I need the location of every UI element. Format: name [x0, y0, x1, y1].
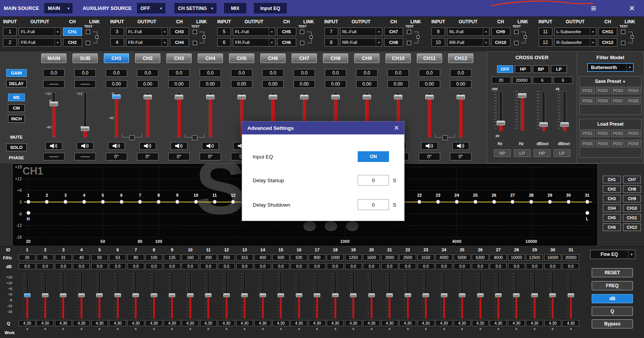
preset-pos-button[interactable]: POS7 [611, 97, 625, 105]
phase-value-box[interactable]: —— [43, 153, 65, 160]
gain-mode-button[interactable]: GAIN [6, 69, 27, 77]
band-db-box[interactable]: 0.0 [128, 263, 144, 269]
band-freq-box[interactable]: 5000 [454, 254, 471, 260]
link-checkbox[interactable] [407, 30, 411, 34]
gain-value-box[interactable]: 0.0 [137, 69, 158, 77]
crossover-filter-button[interactable]: HP [534, 149, 550, 157]
delay-value-box[interactable]: 0.00 [387, 80, 409, 88]
band-q-box[interactable]: 4.30 [544, 320, 561, 326]
inch-unit-button[interactable]: INCH [8, 115, 25, 123]
band-fader-thumb[interactable] [42, 293, 48, 297]
q-button[interactable]: Q [592, 307, 633, 316]
preset-pos-button[interactable]: POS1 [581, 129, 595, 137]
preset-pos-button[interactable]: POS4 [626, 87, 641, 94]
band-fader-thumb[interactable] [278, 293, 284, 297]
link-pair-node[interactable] [129, 135, 135, 140]
band-freq-box[interactable]: 3150 [418, 254, 434, 260]
band-db-box[interactable]: 0.0 [218, 263, 235, 269]
band-point[interactable] [101, 200, 105, 204]
band-freq-box[interactable]: 4000 [436, 254, 452, 260]
link-checkbox[interactable] [514, 30, 518, 34]
gain-value-box[interactable]: 0.0 [419, 69, 440, 77]
preset-pos-button[interactable]: POS7 [611, 140, 625, 147]
eq-channel-button-ch3[interactable]: CH3 [603, 195, 621, 202]
band-freq-box[interactable]: 80 [128, 254, 144, 260]
band-db-box[interactable]: 0.0 [291, 263, 307, 269]
delay-value-box[interactable]: 0.00 [137, 80, 158, 88]
eq-channel-button-ch1[interactable]: CH1 [603, 176, 621, 183]
mute-button[interactable] [45, 142, 62, 150]
db-button[interactable]: dB [592, 294, 633, 303]
band-point[interactable] [473, 200, 478, 204]
band-fader-thumb[interactable] [368, 293, 375, 297]
eq-channel-button-ch12[interactable]: CH12 [623, 223, 641, 231]
bypass-button[interactable]: Bypass [592, 319, 633, 328]
band-db-box[interactable]: 0.0 [37, 263, 53, 269]
band-fader-thumb[interactable] [132, 293, 139, 297]
band-fader-thumb[interactable] [441, 293, 447, 297]
channel-button[interactable]: MAIN [41, 53, 66, 63]
band-q-box[interactable]: 4.30 [254, 320, 271, 326]
band-freq-box[interactable]: 8000 [490, 254, 507, 260]
delay-value-box[interactable]: 0.00 [231, 80, 252, 88]
input-number-button[interactable]: 2 [3, 38, 17, 47]
band-db-box[interactable]: 0.0 [73, 263, 90, 269]
channel-assign-button[interactable]: CH2 [63, 38, 82, 47]
link-pair-node[interactable] [192, 135, 197, 140]
delay-value-box[interactable]: 0.00 [168, 80, 190, 88]
eq-channel-button-ch10[interactable]: CH10 [623, 204, 641, 212]
link-checkbox[interactable] [621, 41, 625, 45]
delay-value-box[interactable]: 0.00 [450, 80, 471, 88]
output-select[interactable]: FL-Full▾ [19, 27, 61, 36]
eq-channel-button-ch9[interactable]: CH9 [623, 195, 641, 202]
fader-thumb[interactable] [206, 95, 215, 99]
gain-value-box[interactable]: 0.0 [43, 69, 65, 77]
channel-button[interactable]: CH2 [135, 53, 160, 63]
band-point[interactable] [157, 200, 161, 204]
band-point[interactable] [436, 200, 440, 204]
band-db-box[interactable]: 0.0 [454, 263, 471, 269]
gain-value-box[interactable]: 0.0 [387, 69, 409, 77]
band-freq-box[interactable]: 12500 [526, 254, 543, 260]
output-select[interactable]: RR-Full▾ [447, 38, 489, 47]
channel-assign-button[interactable]: CH5 [277, 27, 296, 36]
band-point[interactable] [194, 200, 198, 204]
output-select[interactable]: R-Subwoofer▾ [554, 38, 597, 47]
output-select[interactable]: FR-Full▾ [126, 38, 168, 47]
band-point[interactable] [529, 200, 533, 204]
modal-close-icon[interactable]: × [394, 121, 399, 134]
eq-channel-button-ch7[interactable]: CH7 [623, 176, 641, 183]
band-db-box[interactable]: 0.0 [381, 263, 398, 269]
mute-button[interactable] [421, 142, 438, 150]
channel-button[interactable]: CH10 [386, 53, 411, 63]
band-q-box[interactable]: 4.30 [128, 320, 144, 326]
band-q-box[interactable]: 4.30 [309, 320, 326, 326]
output-select[interactable]: L-Subwoofer▾ [554, 27, 597, 36]
gain-value-box[interactable]: 0.0 [356, 69, 378, 77]
band-db-box[interactable]: 0.0 [526, 263, 543, 269]
band-q-box[interactable]: 4.30 [291, 320, 307, 326]
input-number-button[interactable]: 6 [217, 38, 231, 47]
input-eq-button[interactable]: Input EQ [254, 3, 287, 13]
channel-button[interactable]: CH7 [292, 53, 317, 63]
preset-pos-button[interactable]: POS3 [611, 129, 625, 137]
band-fader-thumb[interactable] [96, 293, 103, 297]
input-number-button[interactable]: 3 [110, 27, 124, 36]
eq-channel-button-ch8[interactable]: CH8 [623, 185, 641, 193]
band-point[interactable] [455, 200, 459, 204]
input-eq-toggle[interactable]: ON [358, 151, 389, 162]
crossover-slider[interactable]: 20K20 [489, 87, 511, 140]
fader-thumb[interactable] [300, 95, 308, 99]
band-db-box[interactable]: 0.0 [273, 263, 289, 269]
band-fader-thumb[interactable] [495, 293, 502, 297]
band-point[interactable] [45, 200, 49, 204]
crossover-filter-button[interactable]: LP [554, 149, 570, 157]
band-q-box[interactable]: 4.30 [345, 320, 362, 326]
preset-pos-button[interactable]: POS6 [596, 140, 610, 147]
band-q-box[interactable]: 4.30 [508, 320, 525, 326]
ms-unit-button[interactable]: MS [8, 94, 25, 101]
band-db-box[interactable]: 0.0 [544, 263, 561, 269]
band-freq-box[interactable]: 800 [309, 254, 326, 260]
band-db-box[interactable]: 0.0 [327, 263, 344, 269]
eq-channel-button-ch6[interactable]: CH6 [603, 223, 621, 231]
